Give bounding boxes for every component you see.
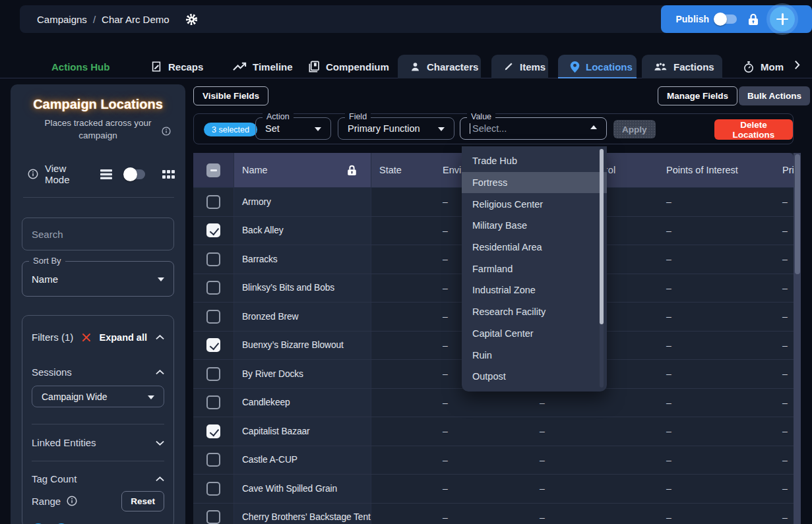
column-header-name[interactable]: Name — [234, 153, 371, 187]
publish-toggle-knob[interactable] — [714, 13, 727, 26]
table-scrollbar-thumb[interactable] — [795, 154, 800, 274]
row-name-cell[interactable]: Castle A-CUP — [234, 446, 371, 475]
visible-fields-button[interactable]: Visible Fields — [193, 86, 268, 105]
dropdown-option[interactable]: Military Base — [462, 215, 607, 237]
dropdown-option[interactable]: Ruin — [462, 344, 607, 366]
chevron-down-icon[interactable] — [156, 440, 164, 446]
tab-actions-hub[interactable]: Actions Hub — [40, 55, 121, 78]
expand-all-button[interactable]: Expand all — [99, 332, 147, 343]
range-info-icon[interactable] — [67, 496, 77, 506]
view-mode-info-icon[interactable] — [28, 169, 38, 179]
row-checkbox[interactable] — [206, 424, 220, 438]
row-checkbox[interactable] — [206, 281, 220, 295]
chevron-up-icon[interactable] — [156, 335, 164, 340]
dropdown-option[interactable]: Outpost — [462, 366, 607, 388]
tab-factions[interactable]: Factions — [642, 55, 722, 78]
search-input[interactable] — [22, 218, 173, 250]
plus-button[interactable] — [770, 7, 795, 32]
sessions-select[interactable]: Campaign Wide — [32, 386, 164, 407]
bulk-actions-button[interactable]: Bulk Actions — [739, 86, 810, 105]
dropdown-scrollbar-thumb[interactable] — [600, 149, 604, 324]
tab-timeline[interactable]: Timeline — [221, 55, 305, 78]
chevron-up-icon[interactable] — [156, 370, 164, 375]
dropdown-option[interactable]: Farmland — [462, 258, 607, 279]
tab-items[interactable]: Items — [491, 55, 548, 78]
reset-button[interactable]: Reset — [121, 491, 164, 511]
view-mode-toggle[interactable] — [125, 169, 145, 179]
dropdown-option[interactable]: Residential Area — [462, 237, 607, 258]
dropdown-option[interactable]: Industrial Zone — [462, 279, 607, 301]
row-points-of-interest-cell: – — [660, 360, 774, 388]
select-all-cell — [193, 153, 234, 187]
dropdown-option[interactable]: Religious Center — [462, 193, 607, 215]
breadcrumb-campaigns[interactable]: Campaigns — [37, 14, 87, 25]
row-primary-function-cell: – — [774, 417, 794, 446]
breadcrumb-campaign-name[interactable]: Char Arc Demo — [102, 14, 170, 25]
table-row[interactable]: Castle A-CUP – – – – — [193, 446, 794, 475]
row-checkbox[interactable] — [206, 453, 220, 467]
publish-toggle[interactable] — [715, 15, 737, 24]
chevron-right-icon[interactable] — [794, 60, 800, 70]
column-header-points-of-interest[interactable]: Points of Interest — [660, 153, 774, 187]
tag-count-section-header[interactable]: Tag Count — [32, 473, 164, 484]
row-checkbox[interactable] — [206, 395, 220, 409]
view-mode-toggle-knob[interactable] — [123, 167, 137, 181]
table-row[interactable]: Cherry Brothers’ Backstage Tent – – – – — [193, 504, 794, 524]
sort-by-select[interactable]: Sort By Name — [22, 261, 174, 297]
manage-fields-button[interactable]: Manage Fields — [658, 86, 737, 105]
row-name-cell[interactable]: Armory — [234, 188, 371, 216]
sessions-label: Sessions — [32, 366, 72, 378]
row-name-cell[interactable]: Barracks — [234, 245, 371, 274]
row-checkbox[interactable] — [206, 252, 220, 266]
row-name-cell[interactable]: Blinksy’s Bits and Bobs — [234, 274, 371, 303]
tab-recaps[interactable]: Recaps — [139, 55, 215, 78]
apply-button[interactable]: Apply — [613, 120, 656, 138]
row-checkbox[interactable] — [206, 223, 220, 237]
dropdown-option[interactable]: Trade Hub — [462, 150, 607, 172]
clear-filters-icon[interactable] — [82, 333, 91, 342]
action-select[interactable]: Action Set — [255, 117, 331, 140]
row-checkbox[interactable] — [206, 338, 220, 352]
row-checkbox[interactable] — [206, 195, 220, 209]
dropdown-option[interactable]: Fortress — [462, 172, 607, 194]
row-checkbox[interactable] — [206, 510, 220, 524]
tab-moments[interactable]: Moments — [731, 55, 784, 78]
gear-icon[interactable] — [185, 13, 198, 26]
field-select[interactable]: Field Primary Function — [338, 117, 454, 140]
table-row[interactable]: Capitalist Bazaar – – – – — [193, 417, 794, 446]
table-row[interactable]: Candlekeep – – – – — [193, 389, 794, 418]
row-name-cell[interactable]: Buenxy’s Bizarre Blowout — [234, 332, 371, 360]
row-name-cell[interactable]: Back Alley — [234, 217, 371, 245]
grid-view-icon[interactable] — [162, 170, 175, 179]
tab-characters[interactable]: Characters — [398, 55, 481, 78]
tag-count-label: Tag Count — [32, 473, 77, 484]
sessions-section-header[interactable]: Sessions — [32, 366, 164, 378]
column-header-state[interactable]: State — [371, 153, 435, 187]
row-checkbox[interactable] — [206, 367, 220, 381]
tab-compendium[interactable]: Compendium — [296, 55, 401, 78]
value-select[interactable]: Value Select... — [460, 117, 607, 140]
table-row[interactable]: Cave With Spilled Grain – – – – — [193, 475, 794, 504]
row-name-cell[interactable]: Capitalist Bazaar — [234, 417, 371, 446]
select-all-checkbox[interactable] — [206, 163, 220, 177]
row-name-cell[interactable]: Cherry Brothers’ Backstage Tent — [234, 504, 371, 524]
row-name-cell[interactable]: Candlekeep — [234, 389, 371, 417]
row-checkbox[interactable] — [206, 482, 220, 496]
subtitle-info-icon[interactable] — [162, 127, 171, 136]
row-name-cell[interactable]: Cave With Spilled Grain — [234, 475, 371, 503]
row-checkbox[interactable] — [206, 310, 220, 324]
delete-locations-button[interactable]: Delete Locations — [714, 119, 793, 140]
list-view-icon[interactable] — [100, 169, 112, 179]
row-state-cell — [371, 504, 435, 524]
tab-locations[interactable]: Locations — [558, 55, 637, 78]
chevron-up-icon[interactable] — [156, 477, 164, 482]
table-scrollbar[interactable] — [794, 153, 801, 524]
dropdown-option[interactable]: Capital Center — [462, 323, 607, 345]
row-name-cell[interactable]: By River Docks — [234, 360, 371, 388]
row-name-cell[interactable]: Bronzed Brew — [234, 303, 371, 331]
row-state-cell — [371, 475, 435, 503]
linked-entities-section-header[interactable]: Linked Entities — [32, 437, 164, 448]
lock-icon[interactable] — [748, 13, 759, 26]
column-header-primary-function[interactable]: Primary Function — [774, 153, 794, 187]
dropdown-option[interactable]: Research Facility — [462, 301, 607, 323]
